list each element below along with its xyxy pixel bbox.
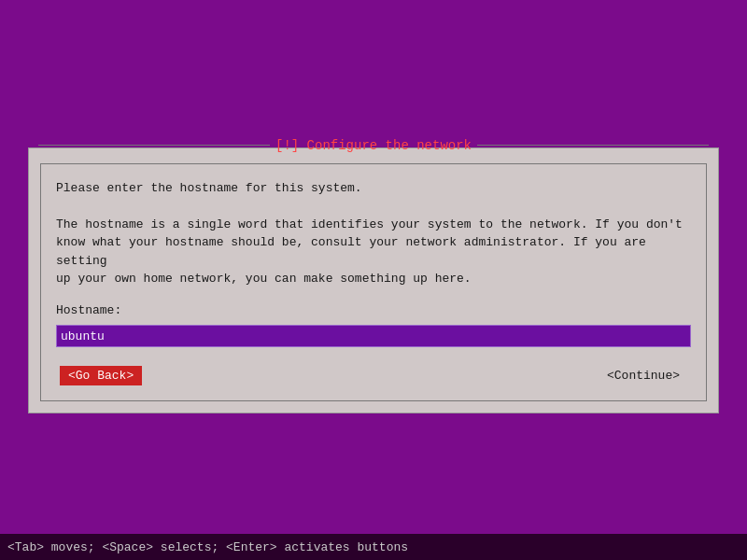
title-line-left bbox=[38, 145, 270, 146]
hostname-input[interactable] bbox=[61, 329, 686, 343]
dialog-title-bar: [!] Configure the network bbox=[38, 138, 709, 153]
desc-line1: Please enter the hostname for this syste… bbox=[56, 179, 691, 198]
hostname-label: Hostname: bbox=[56, 303, 691, 317]
desktop: [!] Configure the network Please enter t… bbox=[0, 0, 747, 560]
dialog-title: [!] Configure the network bbox=[270, 138, 477, 153]
buttons-row: <Go Back> <Continue> bbox=[56, 366, 691, 385]
go-back-button[interactable]: <Go Back> bbox=[60, 366, 142, 385]
desc-line3: The hostname is a single word that ident… bbox=[56, 216, 691, 234]
title-line-right bbox=[477, 145, 709, 146]
dialog-content: Please enter the hostname for this syste… bbox=[40, 163, 707, 401]
hostname-input-wrapper[interactable] bbox=[56, 325, 691, 347]
continue-button[interactable]: <Continue> bbox=[599, 367, 687, 385]
dialog-box: [!] Configure the network Please enter t… bbox=[28, 147, 719, 413]
desc-line5: up your own home network, you can make s… bbox=[56, 270, 691, 288]
description-text: Please enter the hostname for this syste… bbox=[56, 179, 691, 288]
status-text: <Tab> moves; <Space> selects; <Enter> ac… bbox=[7, 540, 408, 554]
status-bar: <Tab> moves; <Space> selects; <Enter> ac… bbox=[0, 534, 747, 560]
desc-line4: know what your hostname should be, consu… bbox=[56, 233, 691, 270]
